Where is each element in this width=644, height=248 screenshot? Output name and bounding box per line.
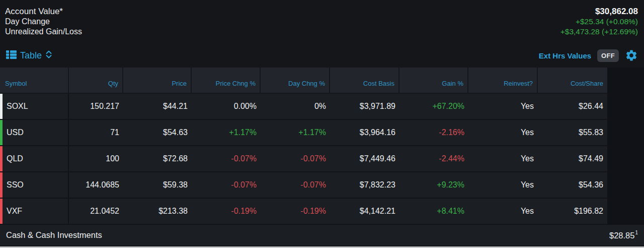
cost-share-cell: $55.83 (538, 120, 607, 145)
row-status-bar (0, 94, 3, 119)
column-header-symbol[interactable]: Symbol (0, 68, 69, 94)
day-chng-cell: +1.17% (261, 120, 330, 145)
day-chng-cell: -0.07% (261, 146, 330, 171)
table-row-sso[interactable]: SSO 144.0685 $59.38 -0.07% -0.07% $7,832… (0, 172, 607, 199)
symbol-cell: SSO (0, 172, 69, 198)
gain-cell: -2.44% (399, 146, 468, 171)
column-header-reinvest[interactable]: Reinvest? (468, 68, 538, 94)
footnote-marker: 1 (635, 230, 638, 235)
table-row-usd[interactable]: USD 71 $54.63 +1.17% +1.17% $3,964.16 -2… (0, 120, 607, 146)
reinvest-cell: Yes (468, 172, 538, 198)
qty-cell: 100 (69, 146, 123, 171)
qty-cell: 144.0685 (69, 172, 123, 198)
day-change-label: Day Change (5, 17, 82, 27)
symbol-cell: QLD (0, 146, 69, 171)
view-switcher-label: Table (20, 50, 42, 61)
summary-values: $30,862.08 +$25.34 (+0.08%) +$3,473.28 (… (560, 7, 638, 38)
chevron-up-down-icon (45, 50, 52, 61)
symbol-cell: VXF (0, 199, 69, 224)
day-chng-cell: 0% (261, 94, 330, 119)
day-chng-cell: -0.07% (261, 172, 330, 198)
table-grid-icon (6, 50, 17, 61)
table-row-qld[interactable]: QLD 100 $72.68 -0.07% -0.07% $7,449.46 -… (0, 146, 607, 172)
price-cell: $213.38 (123, 199, 192, 224)
price-cell: $54.63 (123, 120, 192, 145)
row-status-bar (0, 120, 3, 145)
qty-cell: 71 (69, 120, 123, 145)
price-chng-cell: -0.19% (192, 199, 261, 224)
column-header-cost-share[interactable]: Cost/Share (538, 68, 607, 94)
row-status-bar (0, 172, 3, 198)
qty-cell: 21.0452 (69, 199, 123, 224)
cost-basis-cell: $3,964.16 (330, 120, 399, 145)
cost-share-cell: $74.49 (538, 146, 607, 171)
view-switcher[interactable]: Table (6, 50, 52, 61)
symbol-cell: USD (0, 120, 69, 145)
symbol-cell: SOXL (0, 94, 69, 119)
reinvest-cell: Yes (468, 146, 538, 171)
column-header-qty[interactable]: Qty (69, 68, 123, 94)
cost-basis-cell: $3,971.89 (330, 94, 399, 119)
ext-hrs-toggle[interactable]: OFF (597, 49, 619, 62)
summary-labels: Account Value* Day Change Unrealized Gai… (5, 7, 82, 38)
gain-cell: +8.41% (399, 199, 468, 224)
gain-cell: -2.16% (399, 120, 468, 145)
price-cell: $44.21 (123, 94, 192, 119)
price-chng-cell: -0.07% (192, 172, 261, 198)
gain-cell: +67.20% (399, 94, 468, 119)
reinvest-cell: Yes (468, 120, 538, 145)
ext-hrs-zone: Ext Hrs Values OFF (539, 49, 638, 62)
cost-basis-cell: $7,449.46 (330, 146, 399, 171)
column-header-day-chng[interactable]: Day Chng % (261, 68, 330, 94)
cost-share-cell: $26.44 (538, 94, 607, 119)
reinvest-cell: Yes (468, 199, 538, 224)
day-change-value: +$25.34 (+0.08%) (576, 17, 638, 27)
table-row-vxf[interactable]: VXF 21.0452 $213.38 -0.19% -0.19% $4,142… (0, 199, 607, 225)
column-header-cost-basis[interactable]: Cost Basis (330, 68, 399, 94)
positions-table: Symbol Qty Price Price Chng % Day Chng %… (0, 68, 644, 225)
column-header-price-chng[interactable]: Price Chng % (192, 68, 261, 94)
gear-icon[interactable] (625, 49, 638, 62)
account-value-label: Account Value* (5, 7, 82, 17)
column-header-gain[interactable]: Gain % (399, 68, 468, 94)
cost-share-cell: $54.36 (538, 172, 607, 198)
cash-value: $28.851 (609, 230, 638, 240)
cost-basis-cell: $7,832.23 (330, 172, 399, 198)
account-value: $30,862.08 (595, 7, 638, 17)
cost-share-cell: $196.82 (538, 199, 607, 224)
price-chng-cell: +1.17% (192, 120, 261, 145)
cost-basis-cell: $4,142.21 (330, 199, 399, 224)
ext-hrs-values-label[interactable]: Ext Hrs Values (539, 51, 591, 60)
unrealized-gain-loss-label: Unrealized Gain/Loss (5, 27, 82, 37)
gain-cell: +9.23% (399, 172, 468, 198)
price-cell: $72.68 (123, 146, 192, 171)
unrealized-gain-loss-value: +$3,473.28 (+12.69%) (560, 27, 638, 37)
column-header-price[interactable]: Price (123, 68, 192, 94)
reinvest-cell: Yes (468, 94, 538, 119)
toolbar: Table Ext Hrs Values OFF (0, 43, 644, 68)
cash-label: Cash & Cash Investments (6, 230, 102, 240)
table-row-soxl[interactable]: SOXL 150.217 $44.21 0.00% 0% $3,971.89 +… (0, 94, 607, 120)
qty-cell: 150.217 (69, 94, 123, 119)
price-chng-cell: 0.00% (192, 94, 261, 119)
row-status-bar (0, 146, 3, 171)
positions-screen: Account Value* Day Change Unrealized Gai… (0, 0, 644, 248)
day-chng-cell: -0.19% (261, 199, 330, 224)
cash-row: Cash & Cash Investments $28.851 (0, 225, 644, 245)
row-status-bar (0, 199, 3, 224)
price-chng-cell: -0.07% (192, 146, 261, 171)
account-summary: Account Value* Day Change Unrealized Gai… (0, 0, 644, 43)
table-header: Symbol Qty Price Price Chng % Day Chng %… (0, 68, 607, 94)
price-cell: $59.38 (123, 172, 192, 198)
